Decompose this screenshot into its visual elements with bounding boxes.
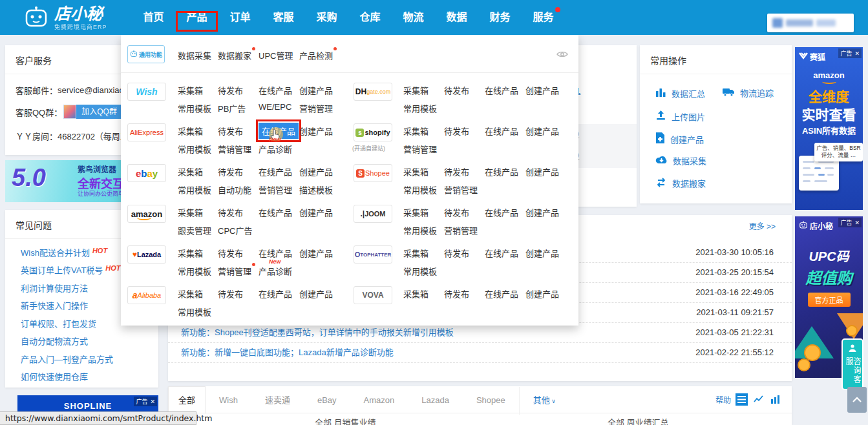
platform-logo-TOPHATTER[interactable]: O TOPHATTER — [354, 245, 392, 264]
faq-link[interactable]: 利润计算使用方法 — [21, 282, 88, 294]
menu-item-采集箱[interactable]: 采集箱 — [403, 287, 429, 300]
app-logo[interactable]: 店小秘 免费跨境电商ERP — [23, 6, 107, 32]
nav-item-仓库[interactable]: 仓库 — [348, 0, 392, 35]
tab-Shopee[interactable]: Shopee — [463, 387, 519, 413]
hot-badge: HOT — [105, 264, 120, 272]
op-数据搬家[interactable]: 数据搬家 — [655, 177, 706, 189]
menu-item-创建产品[interactable]: 创建产品 — [525, 206, 559, 218]
menu-item-待发布[interactable]: 待发布 — [444, 165, 469, 178]
menu-item-常用模板[interactable]: 常用模板 — [403, 183, 437, 196]
menu-item-采集箱[interactable]: 采集箱 — [403, 165, 429, 178]
menu-item-创建产品[interactable]: 创建产品 — [525, 125, 559, 137]
faq-link[interactable]: 订单权限、打包发货 — [21, 317, 96, 329]
menu-item-在线产品[interactable]: 在线产品 — [485, 287, 518, 300]
tab-Wish[interactable]: Wish — [206, 387, 251, 413]
faq-link[interactable]: 自动分配物流方式 — [21, 335, 88, 347]
faq-link[interactable]: Wish配送合并计划HOT — [21, 246, 107, 258]
menu-item-营销管理[interactable]: 营销管理 — [403, 143, 437, 155]
close-ad-icon[interactable]: ✕ — [854, 220, 860, 226]
menu-item-数据采集[interactable]: 数据采集 — [178, 49, 211, 61]
faq-link[interactable]: 英国订单上传VAT税号HOT — [21, 264, 121, 276]
menu-item-常用模板[interactable]: 常用模板 — [403, 224, 437, 236]
op-上传图片[interactable]: 上传图片 — [655, 110, 705, 123]
menu-item-创建产品[interactable]: 创建产品 — [525, 84, 559, 96]
op-数据采集[interactable]: 数据采集 — [655, 154, 706, 167]
platform-logo-VOVA[interactable]: VOVA — [354, 286, 392, 304]
consult-service-button[interactable]: 咨询客服 — [842, 338, 863, 390]
menu-item-采集箱[interactable]: 采集箱 — [403, 206, 429, 218]
menu-item-待发布[interactable]: 待发布 — [444, 206, 469, 218]
scroll-to-top-button[interactable] — [847, 387, 867, 413]
nav-item-客服[interactable]: 客服 — [262, 0, 305, 35]
menu-item-在线产品[interactable]: 在线产品 — [485, 125, 518, 137]
transfer-icon — [655, 178, 667, 189]
faq-link[interactable]: 产品入门—刊登产品方式 — [21, 353, 113, 365]
menu-item-创建产品[interactable]: 创建产品 — [525, 247, 559, 259]
menu-item-产品检测[interactable]: 产品检测 — [299, 49, 333, 61]
menu-item-UPC管理[interactable]: UPC管理 — [259, 49, 293, 61]
help-link[interactable]: 帮助 — [715, 394, 731, 405]
tab-全部[interactable]: 全部 — [168, 386, 206, 414]
nav-item-首页[interactable]: 首页 — [132, 0, 175, 35]
line-chart-icon[interactable] — [752, 393, 765, 406]
upload-icon — [655, 110, 666, 123]
menu-item-常用模板[interactable]: 常用模板 — [403, 265, 437, 277]
tab-Amazon[interactable]: Amazon — [350, 387, 408, 413]
platform-logo-Shopee[interactable]: S Shopee — [354, 164, 392, 182]
nav-item-产品[interactable]: 产品 — [175, 0, 218, 35]
platform-row-Shopee: S Shopee采集箱待发布在线产品创建产品常用模板营销管理 — [121, 161, 578, 202]
menu-item-在线产品[interactable]: 在线产品 — [485, 206, 518, 218]
menu-item-采集箱[interactable]: 采集箱 — [403, 84, 429, 96]
op-创建产品[interactable]: 创建产品 — [655, 132, 704, 145]
menu-item-创建产品[interactable]: 创建产品 — [525, 165, 559, 178]
logo-text: S — [356, 169, 365, 178]
nav-item-label: 订单 — [229, 12, 250, 23]
user-avatar — [772, 18, 783, 28]
nav-item-财务[interactable]: 财务 — [478, 0, 522, 35]
menu-item-待发布[interactable]: 待发布 — [444, 84, 469, 96]
menu-item-数据搬家[interactable]: 数据搬家 — [218, 49, 251, 61]
menu-item-待发布[interactable]: 待发布 — [444, 125, 469, 137]
op-物流追踪[interactable]: 物流追踪 — [723, 87, 774, 99]
platform-logo-JOOM[interactable]: .| JOOM — [354, 205, 392, 223]
faq-link[interactable]: 如何快速使用仓库 — [21, 370, 88, 382]
menu-item-营销管理[interactable]: 营销管理 — [444, 183, 478, 196]
nav-item-订单[interactable]: 订单 — [218, 0, 262, 35]
general-functions-logo[interactable]: 通用功能 — [127, 45, 165, 63]
menu-item-采集箱[interactable]: 采集箱 — [403, 247, 429, 259]
logo-text: s — [355, 129, 364, 137]
platform-logo-shopify[interactable]: s shopify — [354, 123, 392, 141]
nav-item-服务[interactable]: 服务 — [522, 0, 565, 35]
op-数据汇总[interactable]: 数据汇总 — [655, 87, 705, 99]
eye-icon[interactable] — [556, 49, 568, 61]
menu-item-在线产品[interactable]: 在线产品 — [485, 165, 518, 178]
more-link[interactable]: 更多 >> — [749, 220, 776, 231]
close-ad-icon[interactable]: ✕ — [150, 399, 155, 405]
ad-saihu-amazon[interactable]: 赛狐 广告✕ amazon 全维度 实时查看 ASIN所有数据 广告、销量、BS… — [795, 47, 863, 210]
user-account-box[interactable] — [767, 14, 854, 32]
menu-item-采集箱[interactable]: 采集箱 — [403, 125, 429, 137]
menu-item-待发布[interactable]: 待发布 — [444, 287, 469, 300]
nav-item-采购[interactable]: 采购 — [305, 0, 348, 35]
faq-link[interactable]: 新手快速入门操作 — [21, 299, 88, 311]
tab-Lazada[interactable]: Lazada — [408, 387, 463, 413]
bar-chart-icon[interactable] — [769, 393, 781, 406]
tab-其他[interactable]: 其他 ∨ — [519, 387, 569, 415]
op-label: 数据汇总 — [672, 87, 705, 99]
join-qq-group-button[interactable]: 加入QQ群 — [63, 105, 122, 119]
menu-item-营销管理[interactable]: 营销管理 — [444, 224, 478, 236]
platform-logo-DHgate.com[interactable]: DHgate.com — [354, 83, 392, 101]
menu-item-常用模板[interactable]: 常用模板 — [403, 102, 437, 114]
logo-text: JOOM — [365, 210, 385, 218]
nav-item-物流[interactable]: 物流 — [392, 0, 435, 35]
announcement-link[interactable]: 新功能：新增一键白底图功能；Lazada新增产品诊断功能 — [181, 342, 394, 362]
list-view-icon[interactable] — [736, 393, 748, 406]
close-ad-icon[interactable]: ✕ — [854, 50, 860, 57]
menu-item-在线产品[interactable]: 在线产品 — [485, 84, 518, 96]
menu-item-待发布[interactable]: 待发布 — [444, 247, 469, 259]
menu-item-创建产品[interactable]: 创建产品 — [525, 287, 559, 300]
tab-eBay[interactable]: eBay — [304, 387, 350, 413]
tab-速卖通[interactable]: 速卖通 — [251, 387, 304, 413]
nav-item-数据[interactable]: 数据 — [435, 0, 478, 35]
menu-item-在线产品[interactable]: 在线产品 — [485, 247, 518, 259]
